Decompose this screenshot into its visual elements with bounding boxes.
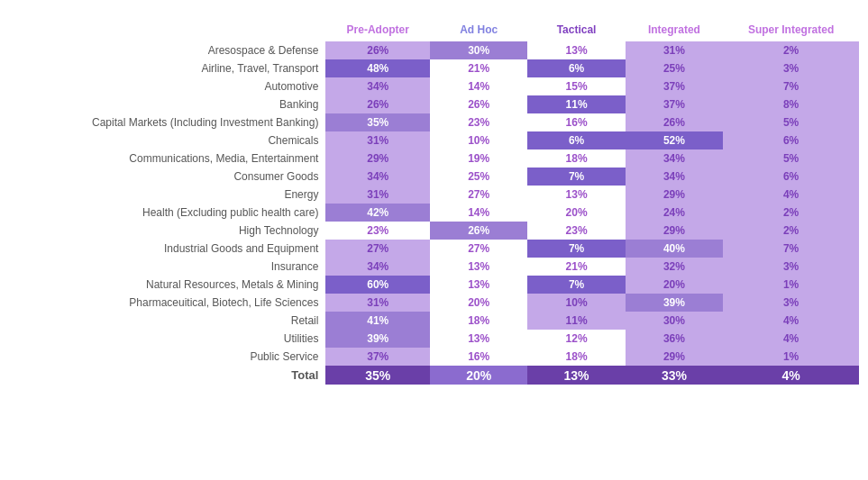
ad-hoc-cell: 26% xyxy=(430,95,527,113)
integrated-cell: 26% xyxy=(626,113,723,131)
super-integrated-cell: 6% xyxy=(723,131,859,149)
integrated-cell: 31% xyxy=(626,41,723,59)
row-label: Insurance xyxy=(9,258,325,276)
label-header xyxy=(9,18,325,41)
ad-hoc-cell: 26% xyxy=(430,222,527,240)
header-row: Pre-Adopter Ad Hoc Tactical Integrated S… xyxy=(9,18,859,41)
ad-hoc-cell: 27% xyxy=(430,186,527,204)
table-body: Aresospace & Defense26%30%13%31%2%Airlin… xyxy=(9,41,859,385)
row-label: Utilities xyxy=(9,330,325,348)
row-label: Pharmaceuitical, Biotech, Life Sciences xyxy=(9,294,325,312)
pre-adopter-header: Pre-Adopter xyxy=(325,18,430,41)
super-integrated-header: Super Integrated xyxy=(723,18,859,41)
ad-hoc-cell: 18% xyxy=(430,312,527,330)
integrated-cell: 30% xyxy=(626,312,723,330)
data-table: Pre-Adopter Ad Hoc Tactical Integrated S… xyxy=(9,18,859,385)
ad-hoc-cell: 13% xyxy=(430,258,527,276)
tactical-cell: 10% xyxy=(527,294,625,312)
pre-adopter-cell: 26% xyxy=(325,95,430,113)
super-integrated-cell: 5% xyxy=(723,113,859,131)
super-integrated-cell: 2% xyxy=(723,204,859,222)
table-row: Pharmaceuitical, Biotech, Life Sciences3… xyxy=(9,294,859,312)
ad-hoc-cell: 23% xyxy=(430,113,527,131)
ad-hoc-cell: 21% xyxy=(430,59,527,77)
integrated-cell: 20% xyxy=(626,276,723,294)
tactical-cell: 7% xyxy=(527,168,625,186)
integrated-cell: 29% xyxy=(626,348,723,366)
ad-hoc-cell: 20% xyxy=(430,366,527,385)
super-integrated-cell: 6% xyxy=(723,168,859,186)
table-row: Utilities39%13%12%36%4% xyxy=(9,330,859,348)
super-integrated-cell: 2% xyxy=(723,222,859,240)
table-row: Energy31%27%13%29%4% xyxy=(9,186,859,204)
super-integrated-cell: 7% xyxy=(723,240,859,258)
table-row: Automotive34%14%15%37%7% xyxy=(9,77,859,95)
super-integrated-cell: 4% xyxy=(723,186,859,204)
table-row: Public Service37%16%18%29%1% xyxy=(9,348,859,366)
super-integrated-cell: 4% xyxy=(723,366,859,385)
tactical-cell: 18% xyxy=(527,348,625,366)
integrated-cell: 40% xyxy=(626,240,723,258)
ad-hoc-cell: 14% xyxy=(430,77,527,95)
table-row: Aresospace & Defense26%30%13%31%2% xyxy=(9,41,859,59)
tactical-header: Tactical xyxy=(527,18,625,41)
tactical-cell: 11% xyxy=(527,312,625,330)
tactical-cell: 13% xyxy=(527,186,625,204)
super-integrated-cell: 4% xyxy=(723,312,859,330)
ad-hoc-cell: 19% xyxy=(430,149,527,168)
pre-adopter-cell: 26% xyxy=(325,41,430,59)
integrated-cell: 29% xyxy=(626,186,723,204)
row-label: Industrial Goods and Equipment xyxy=(9,240,325,258)
integrated-cell: 32% xyxy=(626,258,723,276)
table-row: Airline, Travel, Transport48%21%6%25%3% xyxy=(9,59,859,77)
super-integrated-cell: 1% xyxy=(723,348,859,366)
row-label: Total xyxy=(9,366,325,385)
super-integrated-cell: 5% xyxy=(723,149,859,168)
tactical-cell: 23% xyxy=(527,222,625,240)
pre-adopter-cell: 41% xyxy=(325,312,430,330)
table-row: High Technology23%26%23%29%2% xyxy=(9,222,859,240)
super-integrated-cell: 8% xyxy=(723,95,859,113)
tactical-cell: 13% xyxy=(527,366,625,385)
pre-adopter-cell: 31% xyxy=(325,131,430,149)
tactical-cell: 18% xyxy=(527,149,625,168)
ad-hoc-cell: 25% xyxy=(430,168,527,186)
tactical-cell: 12% xyxy=(527,330,625,348)
table-row: Health (Excluding public health care)42%… xyxy=(9,204,859,222)
tactical-cell: 6% xyxy=(527,59,625,77)
ad-hoc-cell: 16% xyxy=(430,348,527,366)
super-integrated-cell: 1% xyxy=(723,276,859,294)
integrated-cell: 24% xyxy=(626,204,723,222)
pre-adopter-cell: 27% xyxy=(325,240,430,258)
pre-adopter-cell: 48% xyxy=(325,59,430,77)
table-row: Communications, Media, Entertainment29%1… xyxy=(9,149,859,168)
pre-adopter-cell: 42% xyxy=(325,204,430,222)
row-label: Aresospace & Defense xyxy=(9,41,325,59)
super-integrated-cell: 7% xyxy=(723,77,859,95)
row-label: Public Service xyxy=(9,348,325,366)
pre-adopter-cell: 23% xyxy=(325,222,430,240)
integrated-cell: 25% xyxy=(626,59,723,77)
pre-adopter-cell: 35% xyxy=(325,366,430,385)
super-integrated-cell: 3% xyxy=(723,258,859,276)
pre-adopter-cell: 60% xyxy=(325,276,430,294)
tactical-cell: 7% xyxy=(527,240,625,258)
row-label: Natural Resources, Metals & Mining xyxy=(9,276,325,294)
table-row: Capital Markets (Including Investment Ba… xyxy=(9,113,859,131)
table-row: Retail41%18%11%30%4% xyxy=(9,312,859,330)
table-row: Industrial Goods and Equipment27%27%7%40… xyxy=(9,240,859,258)
row-label: Automotive xyxy=(9,77,325,95)
tactical-cell: 16% xyxy=(527,113,625,131)
ad-hoc-cell: 27% xyxy=(430,240,527,258)
tactical-cell: 11% xyxy=(527,95,625,113)
pre-adopter-cell: 39% xyxy=(325,330,430,348)
ad-hoc-cell: 13% xyxy=(430,330,527,348)
pre-adopter-cell: 35% xyxy=(325,113,430,131)
table-row: Total35%20%13%33%4% xyxy=(9,366,859,385)
tactical-cell: 21% xyxy=(527,258,625,276)
table-row: Chemicals31%10%6%52%6% xyxy=(9,131,859,149)
table-row: Insurance34%13%21%32%3% xyxy=(9,258,859,276)
pre-adopter-cell: 31% xyxy=(325,186,430,204)
integrated-cell: 29% xyxy=(626,222,723,240)
table-row: Natural Resources, Metals & Mining60%13%… xyxy=(9,276,859,294)
